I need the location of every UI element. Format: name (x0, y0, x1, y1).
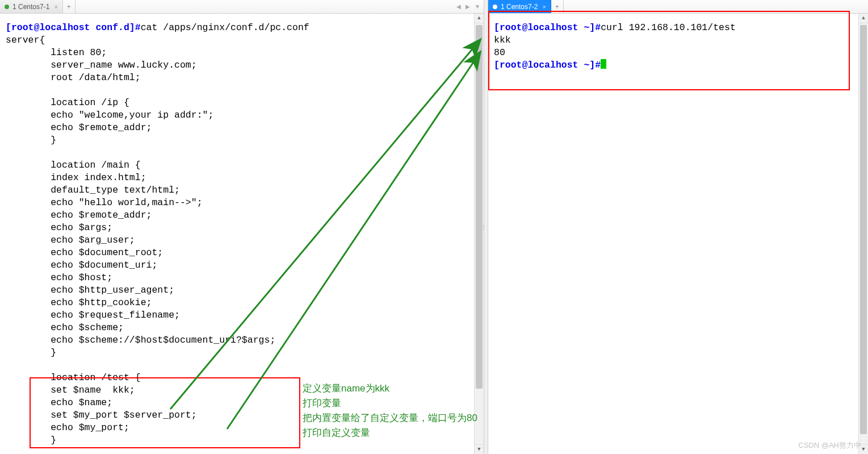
tab-centos7-2[interactable]: 1 Centos7-2 × (488, 0, 551, 13)
cursor-icon (601, 59, 606, 69)
watermark: CSDN @AH努力中 (798, 440, 861, 451)
scroll-thumb[interactable] (476, 25, 483, 389)
output-line: 80 (494, 47, 505, 58)
prompt: [root@localhost ~]# (494, 60, 601, 70)
left-terminal[interactable]: [root@localhost conf.d]#cat /apps/nginx/… (0, 14, 484, 454)
annotation: 打印变量 (303, 397, 341, 410)
tab-nav: ◀ ▶ ▼ (455, 0, 484, 13)
annotation: 把内置变量给了自定义变量，端口号为80 (303, 411, 477, 424)
left-tabrow: 1 Centos7-1 × + ◀ ▶ ▼ (0, 0, 484, 14)
status-dot-icon (493, 5, 497, 9)
output-line: kkk (494, 35, 511, 45)
prompt: [root@localhost conf.d]# (6, 22, 141, 33)
terminal-output: server{ listen 80; server_name www.lucky… (6, 35, 275, 445)
scroll-up-icon[interactable]: ▲ (475, 14, 484, 23)
close-icon[interactable]: × (542, 3, 546, 10)
nav-down-icon[interactable]: ▼ (473, 3, 481, 10)
status-dot-icon (5, 5, 9, 9)
add-tab-button[interactable]: + (551, 0, 564, 13)
scrollbar-right[interactable]: ▲ ▼ (858, 14, 868, 454)
right-terminal[interactable]: [root@localhost ~]#curl 192.168.10.101/t… (488, 14, 868, 454)
scroll-up-icon[interactable]: ▲ (859, 14, 868, 23)
pane-divider[interactable]: ⋮⋮ (484, 0, 488, 454)
right-tabrow: 1 Centos7-2 × + (488, 0, 868, 14)
annotation: 定义变量name为kkk (303, 382, 389, 395)
tab-centos7-1[interactable]: 1 Centos7-1 × (0, 0, 63, 13)
add-tab-button[interactable]: + (63, 0, 76, 13)
plus-icon: + (67, 3, 71, 11)
nav-right-icon[interactable]: ▶ (464, 3, 471, 10)
close-icon[interactable]: × (54, 3, 57, 10)
plus-icon: + (555, 3, 559, 11)
nav-left-icon[interactable]: ◀ (455, 3, 462, 10)
right-pane: 1 Centos7-2 × + [root@localhost ~]#curl … (488, 0, 868, 454)
scroll-thumb[interactable] (860, 25, 867, 434)
command-text: curl 192.168.10.101/test (601, 22, 736, 33)
tab-label: 1 Centos7-1 (12, 3, 49, 11)
tab-label: 1 Centos7-2 (501, 3, 538, 11)
annotation: 打印自定义变量 (303, 426, 370, 439)
prompt: [root@localhost ~]# (494, 22, 601, 33)
scroll-down-icon[interactable]: ▼ (475, 444, 484, 454)
scrollbar-left[interactable]: ▲ ▼ (474, 14, 484, 454)
left-pane: 1 Centos7-1 × + ◀ ▶ ▼ [root@localhost co… (0, 0, 484, 454)
command-text: cat /apps/nginx/conf.d/pc.conf (141, 22, 309, 33)
